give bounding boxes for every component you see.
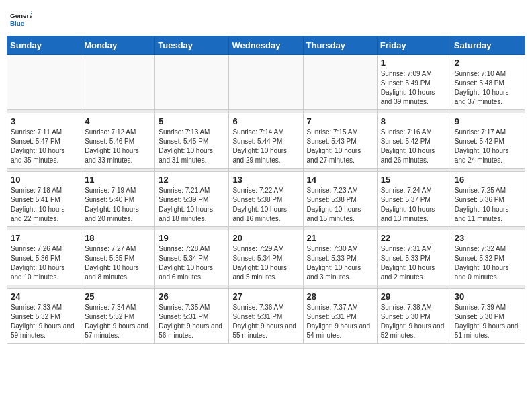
calendar-cell: 25Sunrise: 7:34 AM Sunset: 5:32 PM Dayli… [81, 289, 155, 344]
day-info: Sunrise: 7:12 AM Sunset: 5:46 PM Dayligh… [85, 128, 151, 165]
day-info: Sunrise: 7:31 AM Sunset: 5:33 PM Dayligh… [381, 244, 447, 282]
calendar-cell: 12Sunrise: 7:21 AM Sunset: 5:39 PM Dayli… [155, 172, 229, 227]
calendar-cell: 8Sunrise: 7:16 AM Sunset: 5:42 PM Daylig… [377, 113, 451, 169]
calendar-week-3: 10Sunrise: 7:18 AM Sunset: 5:41 PM Dayli… [7, 172, 525, 227]
day-number: 17 [11, 233, 77, 243]
day-number: 16 [455, 175, 521, 185]
calendar-cell: 28Sunrise: 7:37 AM Sunset: 5:31 PM Dayli… [303, 289, 377, 344]
calendar-cell [155, 55, 229, 110]
calendar-cell: 27Sunrise: 7:36 AM Sunset: 5:31 PM Dayli… [229, 289, 303, 344]
header: General Blue [7, 7, 525, 30]
day-info: Sunrise: 7:19 AM Sunset: 5:40 PM Dayligh… [85, 186, 151, 224]
calendar-cell [81, 55, 155, 110]
calendar-cell: 6Sunrise: 7:14 AM Sunset: 5:44 PM Daylig… [229, 113, 303, 169]
calendar-cell: 24Sunrise: 7:33 AM Sunset: 5:32 PM Dayli… [7, 289, 81, 344]
day-number: 10 [11, 175, 77, 185]
logo-svg: General Blue [10, 10, 32, 30]
day-number: 5 [159, 116, 225, 126]
day-number: 7 [307, 116, 373, 126]
svg-text:General: General [10, 12, 32, 19]
calendar-cell: 20Sunrise: 7:29 AM Sunset: 5:34 PM Dayli… [229, 230, 303, 285]
day-number: 21 [307, 233, 373, 243]
day-info: Sunrise: 7:36 AM Sunset: 5:31 PM Dayligh… [232, 303, 299, 340]
calendar-cell: 16Sunrise: 7:25 AM Sunset: 5:36 PM Dayli… [451, 172, 525, 227]
calendar-cell: 30Sunrise: 7:39 AM Sunset: 5:30 PM Dayli… [451, 289, 525, 344]
calendar-cell: 10Sunrise: 7:18 AM Sunset: 5:41 PM Dayli… [7, 172, 81, 227]
day-info: Sunrise: 7:11 AM Sunset: 5:47 PM Dayligh… [11, 128, 77, 165]
calendar-cell [7, 55, 81, 110]
day-info: Sunrise: 7:33 AM Sunset: 5:32 PM Dayligh… [11, 303, 77, 340]
day-info: Sunrise: 7:18 AM Sunset: 5:41 PM Dayligh… [11, 186, 77, 224]
day-info: Sunrise: 7:26 AM Sunset: 5:36 PM Dayligh… [11, 244, 77, 282]
calendar-cell: 11Sunrise: 7:19 AM Sunset: 5:40 PM Dayli… [81, 172, 155, 227]
day-number: 22 [381, 233, 447, 243]
day-info: Sunrise: 7:35 AM Sunset: 5:31 PM Dayligh… [159, 303, 225, 340]
calendar-cell: 17Sunrise: 7:26 AM Sunset: 5:36 PM Dayli… [7, 230, 81, 285]
calendar-table: SundayMondayTuesdayWednesdayThursdayFrid… [7, 36, 525, 344]
day-info: Sunrise: 7:21 AM Sunset: 5:39 PM Dayligh… [159, 186, 225, 224]
day-number: 1 [381, 58, 447, 68]
day-info: Sunrise: 7:25 AM Sunset: 5:36 PM Dayligh… [455, 186, 521, 224]
day-info: Sunrise: 7:16 AM Sunset: 5:42 PM Dayligh… [381, 128, 447, 165]
day-info: Sunrise: 7:15 AM Sunset: 5:43 PM Dayligh… [307, 128, 373, 165]
day-number: 2 [455, 58, 521, 68]
day-info: Sunrise: 7:28 AM Sunset: 5:34 PM Dayligh… [159, 244, 225, 282]
day-info: Sunrise: 7:24 AM Sunset: 5:37 PM Dayligh… [381, 186, 447, 224]
day-number: 25 [85, 291, 151, 302]
day-number: 14 [307, 175, 373, 185]
day-number: 27 [232, 291, 299, 302]
weekday-header-wednesday: Wednesday [229, 36, 303, 55]
calendar-cell: 3Sunrise: 7:11 AM Sunset: 5:47 PM Daylig… [7, 113, 81, 169]
svg-text:Blue: Blue [10, 19, 25, 27]
day-number: 15 [381, 175, 447, 185]
day-info: Sunrise: 7:10 AM Sunset: 5:48 PM Dayligh… [455, 69, 521, 107]
day-number: 20 [232, 233, 299, 243]
day-info: Sunrise: 7:13 AM Sunset: 5:45 PM Dayligh… [159, 128, 225, 165]
calendar-cell: 5Sunrise: 7:13 AM Sunset: 5:45 PM Daylig… [155, 113, 229, 169]
day-number: 9 [455, 116, 521, 126]
calendar-cell: 7Sunrise: 7:15 AM Sunset: 5:43 PM Daylig… [303, 113, 377, 169]
weekday-header-monday: Monday [81, 36, 155, 55]
calendar-cell: 1Sunrise: 7:09 AM Sunset: 5:49 PM Daylig… [377, 55, 451, 110]
calendar-cell: 15Sunrise: 7:24 AM Sunset: 5:37 PM Dayli… [377, 172, 451, 227]
day-number: 4 [85, 116, 151, 126]
day-info: Sunrise: 7:29 AM Sunset: 5:34 PM Dayligh… [232, 244, 299, 282]
weekday-header-friday: Friday [377, 36, 451, 55]
day-info: Sunrise: 7:30 AM Sunset: 5:33 PM Dayligh… [307, 244, 373, 282]
day-number: 13 [232, 175, 299, 185]
calendar-cell: 29Sunrise: 7:38 AM Sunset: 5:30 PM Dayli… [377, 289, 451, 344]
calendar-cell: 2Sunrise: 7:10 AM Sunset: 5:48 PM Daylig… [451, 55, 525, 110]
day-info: Sunrise: 7:23 AM Sunset: 5:38 PM Dayligh… [307, 186, 373, 224]
day-number: 24 [11, 291, 77, 302]
day-number: 6 [232, 116, 299, 126]
day-number: 28 [307, 291, 373, 302]
day-info: Sunrise: 7:39 AM Sunset: 5:30 PM Dayligh… [455, 303, 521, 340]
weekday-header-saturday: Saturday [451, 36, 525, 55]
day-info: Sunrise: 7:27 AM Sunset: 5:35 PM Dayligh… [85, 244, 151, 282]
calendar-week-1: 1Sunrise: 7:09 AM Sunset: 5:49 PM Daylig… [7, 55, 525, 110]
day-info: Sunrise: 7:38 AM Sunset: 5:30 PM Dayligh… [381, 303, 447, 340]
calendar-cell: 4Sunrise: 7:12 AM Sunset: 5:46 PM Daylig… [81, 113, 155, 169]
calendar-week-2: 3Sunrise: 7:11 AM Sunset: 5:47 PM Daylig… [7, 113, 525, 169]
day-info: Sunrise: 7:34 AM Sunset: 5:32 PM Dayligh… [85, 303, 151, 340]
day-number: 30 [455, 291, 521, 302]
weekday-header-row: SundayMondayTuesdayWednesdayThursdayFrid… [7, 36, 525, 55]
day-info: Sunrise: 7:09 AM Sunset: 5:49 PM Dayligh… [381, 69, 447, 107]
weekday-header-thursday: Thursday [303, 36, 377, 55]
calendar-cell: 13Sunrise: 7:22 AM Sunset: 5:38 PM Dayli… [229, 172, 303, 227]
calendar-week-5: 24Sunrise: 7:33 AM Sunset: 5:32 PM Dayli… [7, 289, 525, 344]
weekday-header-tuesday: Tuesday [155, 36, 229, 55]
day-info: Sunrise: 7:32 AM Sunset: 5:32 PM Dayligh… [455, 244, 521, 282]
day-number: 8 [381, 116, 447, 126]
calendar-cell [229, 55, 303, 110]
day-number: 19 [159, 233, 225, 243]
calendar-cell: 14Sunrise: 7:23 AM Sunset: 5:38 PM Dayli… [303, 172, 377, 227]
day-info: Sunrise: 7:37 AM Sunset: 5:31 PM Dayligh… [307, 303, 373, 340]
logo: General Blue [10, 10, 32, 30]
calendar-cell: 26Sunrise: 7:35 AM Sunset: 5:31 PM Dayli… [155, 289, 229, 344]
day-number: 11 [85, 175, 151, 185]
calendar-cell: 9Sunrise: 7:17 AM Sunset: 5:42 PM Daylig… [451, 113, 525, 169]
day-info: Sunrise: 7:17 AM Sunset: 5:42 PM Dayligh… [455, 128, 521, 165]
day-number: 26 [159, 291, 225, 302]
calendar-cell [303, 55, 377, 110]
